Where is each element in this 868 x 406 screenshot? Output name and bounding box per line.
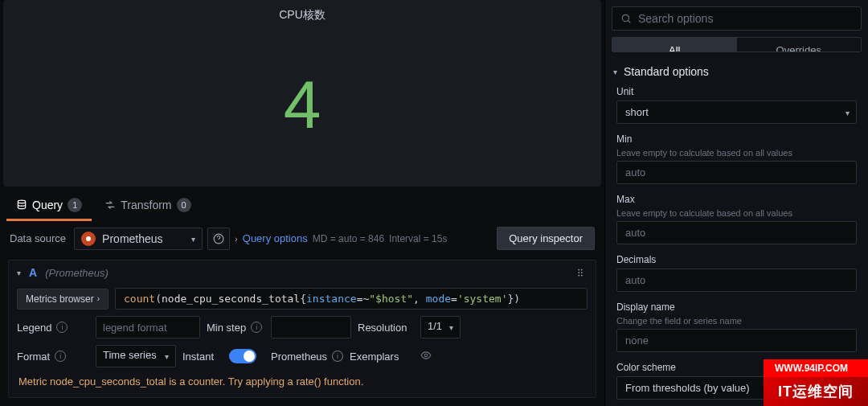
panel-title: CPU核数 [3, 0, 601, 23]
svg-point-7 [581, 269, 583, 271]
min-input[interactable]: auto [616, 161, 857, 184]
svg-point-1 [86, 236, 91, 241]
options-pane: Search options All Overrides ▾ Standard … [604, 0, 868, 406]
tabs: Query 1 Transform 0 [0, 190, 604, 220]
collapse-icon[interactable]: ▾ [17, 269, 21, 277]
metrics-browser-button[interactable]: Metrics browser › [17, 289, 108, 310]
meta-interval: Interval = 15s [389, 233, 447, 244]
query-editor: ▾ A (Prometheus) Metrics browser › count… [8, 260, 596, 398]
tab-transform-badge: 0 [177, 198, 191, 212]
resolution-label: Resolution [358, 322, 414, 334]
minstep-input[interactable] [271, 316, 351, 338]
exemplars-label: Exemplars [350, 351, 414, 363]
displayname-help: Change the field or series name [616, 316, 857, 326]
expr-brace: { [300, 293, 306, 305]
min-help: Leave empty to calculate based on all va… [616, 148, 857, 158]
query-header: ▾ A (Prometheus) [9, 260, 596, 285]
prometheus-label: Prometheusi [271, 351, 343, 363]
expr-fn: count [124, 293, 155, 305]
stat-value: 4 [284, 66, 321, 144]
delete-icon[interactable] [552, 265, 567, 280]
max-input[interactable]: auto [616, 221, 857, 244]
tab-transform[interactable]: Transform 0 [95, 190, 200, 220]
chevron-down-icon: ▾ [165, 352, 169, 361]
expr-val1: "$host" [369, 293, 413, 305]
colorscheme-select[interactable]: From thresholds (by value)▾ [616, 376, 857, 400]
displayname-input[interactable]: none [616, 329, 857, 352]
decimals-label: Decimals [616, 254, 857, 265]
help-icon[interactable] [489, 265, 504, 280]
expr-key1: instance [306, 293, 357, 305]
duplicate-icon[interactable] [510, 265, 525, 280]
drag-handle-icon[interactable] [573, 265, 588, 280]
info-icon[interactable]: i [251, 322, 262, 333]
metrics-browser-label: Metrics browser [26, 293, 94, 305]
search-icon [620, 13, 632, 24]
min-label: Min [616, 133, 857, 145]
query-source-hint: (Prometheus) [45, 267, 108, 279]
panel-body: 4 [3, 23, 601, 187]
svg-point-6 [578, 269, 579, 271]
legend-input[interactable] [96, 316, 200, 338]
resolution-select[interactable]: 1/1▾ [420, 316, 461, 338]
instant-label: Instant [182, 351, 223, 363]
query-expression-input[interactable]: count(node_cpu_seconds_total{instance=~"… [115, 288, 588, 310]
query-options-toggle[interactable]: Query options [243, 232, 308, 244]
minstep-label: Min stepi [207, 322, 264, 334]
query-ref-id[interactable]: A [29, 266, 37, 279]
svg-point-5 [537, 271, 540, 274]
chevron-down-icon: ▾ [845, 383, 850, 392]
colorscheme-label: Color scheme [616, 362, 857, 373]
tab-transform-label: Transform [121, 199, 171, 211]
expr-op2: = [451, 293, 457, 305]
svg-rect-4 [516, 271, 522, 277]
chevron-right-icon: › [97, 294, 100, 303]
datasource-picker[interactable]: Prometheus ▾ [74, 228, 203, 250]
max-label: Max [616, 194, 857, 205]
tab-query-label: Query [32, 199, 63, 211]
query-inspector-button[interactable]: Query inspector [497, 227, 595, 250]
tab-query-badge: 1 [68, 198, 82, 212]
instant-toggle[interactable] [229, 349, 256, 363]
options-filter-tabs: All Overrides [612, 37, 862, 52]
svg-point-12 [424, 354, 428, 357]
filter-all[interactable]: All [612, 38, 737, 51]
max-help: Leave empty to calculate based on all va… [616, 208, 857, 218]
chevron-right-icon[interactable]: › [235, 234, 238, 244]
visibility-icon[interactable] [531, 265, 546, 280]
info-icon[interactable]: i [332, 351, 343, 362]
svg-point-9 [581, 272, 583, 273]
unit-select[interactable]: short▾ [616, 100, 857, 124]
meta-md: MD = auto = 846 [313, 233, 384, 244]
chevron-down-icon: ▾ [449, 323, 453, 332]
datasource-name: Prometheus [102, 232, 162, 245]
expr-paren: ( [155, 293, 162, 305]
svg-point-10 [578, 275, 579, 277]
format-select[interactable]: Time series▾ [96, 345, 176, 367]
svg-point-0 [18, 200, 25, 203]
expr-metric: node_cpu_seconds_total [162, 293, 300, 305]
legend-label: Legendi [17, 322, 89, 334]
info-icon[interactable]: i [55, 351, 66, 362]
tab-query[interactable]: Query 1 [6, 190, 92, 220]
expr-val2: 'system' [457, 293, 508, 305]
exemplars-eye-icon[interactable] [420, 350, 432, 363]
svg-point-11 [581, 275, 583, 277]
format-label: Formati [17, 351, 89, 363]
filter-overrides[interactable]: Overrides [737, 38, 862, 51]
decimals-input[interactable]: auto [616, 269, 857, 292]
search-placeholder: Search options [638, 12, 713, 25]
section-standard-options[interactable]: ▾ Standard options [605, 60, 868, 83]
expr-op1: =~ [357, 293, 370, 305]
info-icon[interactable]: i [56, 322, 68, 333]
visualization-panel: CPU核数 4 [3, 0, 601, 187]
displayname-label: Display name [616, 301, 857, 313]
chevron-down-icon: ▾ [191, 234, 195, 243]
search-options-input[interactable]: Search options [612, 6, 862, 31]
svg-point-13 [622, 14, 628, 21]
unit-label: Unit [616, 86, 857, 97]
datasource-help-button[interactable] [207, 228, 230, 250]
database-icon [16, 199, 27, 211]
svg-point-8 [578, 272, 579, 273]
chevron-down-icon: ▾ [613, 68, 617, 76]
